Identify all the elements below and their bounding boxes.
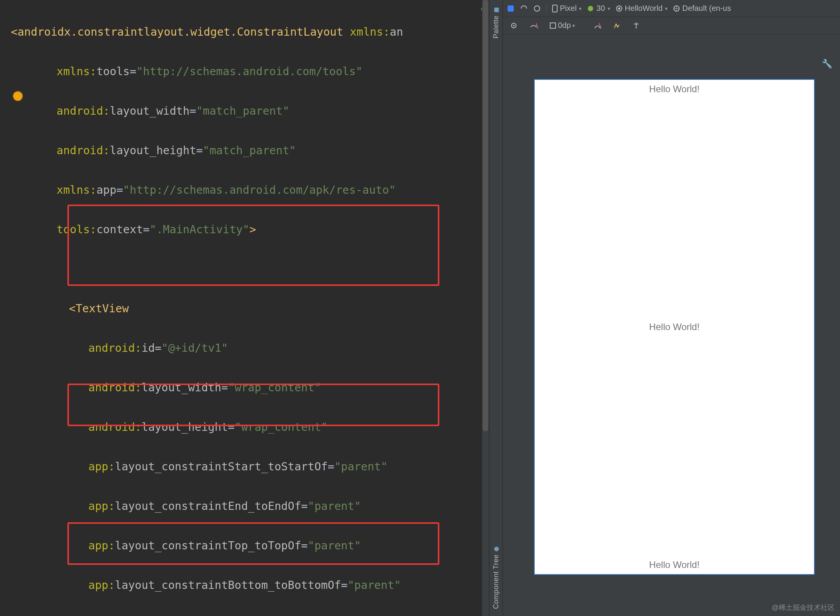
api-selector[interactable]: 30▾ — [587, 4, 610, 13]
svg-rect-2 — [508, 5, 514, 12]
lightbulb-icon[interactable] — [13, 91, 22, 101]
globe-icon — [673, 5, 680, 12]
guidelines-icon[interactable] — [630, 21, 642, 30]
component-tree-tab[interactable]: Component Tree — [492, 546, 500, 609]
xml-editor[interactable]: ✔ <androidx.constraintlayout.widget.Cons… — [0, 0, 489, 616]
separator — [546, 4, 547, 13]
android-icon — [587, 5, 594, 12]
svg-rect-4 — [553, 5, 557, 12]
tool-window-bar: Palette Component Tree — [489, 0, 503, 616]
infer-constraints-icon[interactable] — [611, 21, 623, 30]
palette-icon — [493, 7, 499, 13]
view-options-icon[interactable] — [508, 21, 520, 30]
preview-tv2[interactable]: Hello World! — [649, 322, 699, 332]
autoconnect-icon[interactable] — [527, 21, 540, 30]
orientation-icon[interactable] — [520, 5, 528, 12]
svg-point-1 — [494, 547, 499, 551]
surface-select-icon[interactable] — [507, 5, 515, 12]
tree-icon — [493, 546, 499, 552]
api-label: 30 — [596, 4, 605, 13]
palette-tab-label: Palette — [492, 15, 500, 39]
design-preview-panel: Pixel▾ 30▾ HelloWorld▾ Default (en-us 0d… — [503, 0, 840, 616]
svg-point-3 — [534, 6, 540, 11]
design-toolbar-row1: Pixel▾ 30▾ HelloWorld▾ Default (en-us — [503, 0, 840, 17]
root-tag: androidx.constraintlayout.widget.Constra… — [17, 26, 343, 38]
device-selector[interactable]: Pixel▾ — [552, 4, 582, 13]
component-tree-label: Component Tree — [492, 554, 500, 609]
night-mode-icon[interactable] — [533, 5, 541, 12]
device-label: Pixel — [560, 4, 577, 13]
design-canvas[interactable]: 🔧 Hello World! Hello World! Hello World!… — [503, 34, 840, 616]
clear-constraints-icon[interactable] — [591, 21, 604, 30]
preview-tv1[interactable]: Hello World! — [649, 84, 699, 95]
svg-point-5 — [588, 6, 593, 11]
device-frame[interactable]: Hello World! Hello World! Hello World! — [534, 79, 815, 575]
preview-tv3[interactable]: Hello World! — [649, 559, 699, 570]
editor-scrollbar[interactable] — [482, 0, 489, 616]
phone-icon — [552, 5, 558, 12]
default-margin[interactable]: 0dp▾ — [547, 20, 577, 31]
margin-icon — [549, 22, 556, 29]
theme-selector[interactable]: HelloWorld▾ — [616, 4, 668, 13]
theme-icon — [616, 5, 623, 12]
svg-rect-12 — [550, 23, 556, 28]
app-theme-label: HelloWorld — [625, 4, 663, 13]
locale-label: Default (en-us — [682, 4, 731, 13]
code-area[interactable]: <androidx.constraintlayout.widget.Constr… — [0, 2, 489, 616]
svg-line-11 — [536, 23, 538, 29]
svg-rect-0 — [494, 8, 499, 12]
palette-tab[interactable]: Palette — [492, 7, 500, 39]
scrollbar-thumb[interactable] — [483, 0, 488, 431]
wrench-icon[interactable]: 🔧 — [822, 59, 832, 69]
svg-point-10 — [513, 25, 515, 26]
locale-selector[interactable]: Default (en-us — [673, 4, 731, 13]
margin-label: 0dp — [558, 21, 571, 30]
svg-point-7 — [618, 7, 620, 10]
design-toolbar-row2: 0dp▾ — [503, 17, 840, 34]
watermark: @稀土掘金技术社区 — [772, 603, 835, 612]
textview-tag: TextView — [76, 302, 129, 315]
